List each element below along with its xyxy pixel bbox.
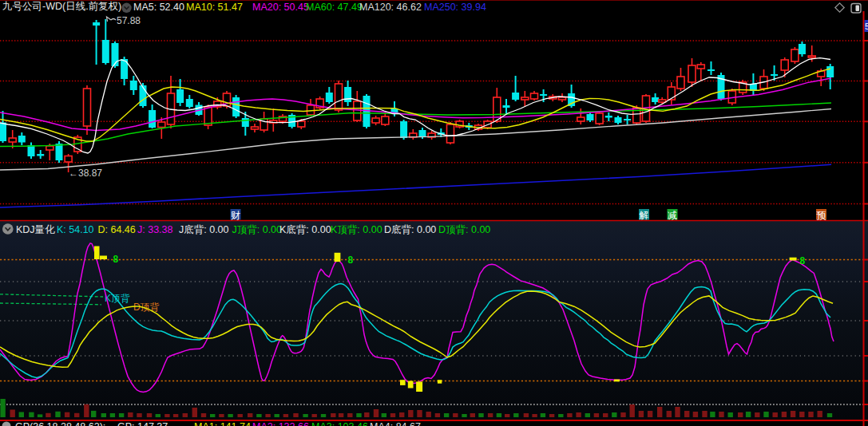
svg-text:MA120: 46.62: MA120: 46.62 [359,2,422,13]
svg-text:J: 33.38: J: 33.38 [137,224,173,235]
svg-text:GP(36,18,28,48,62):: GP(36,18,28,48,62): [15,421,105,426]
svg-text:MA1: 141.74: MA1: 141.74 [194,421,251,426]
svg-text:预: 预 [817,210,826,221]
svg-text:D: 64.46: D: 64.46 [98,224,136,235]
svg-text:K顶背: 0.00: K顶背: 0.00 [331,224,382,235]
svg-text:D顶背: 0.00: D顶背: 0.00 [438,224,490,235]
svg-text:MA4: 84.67: MA4: 84.67 [370,421,421,426]
svg-text:减: 减 [668,210,677,221]
svg-text:MA20: 50.45: MA20: 50.45 [252,2,309,13]
svg-text:MA250: 39.94: MA250: 39.94 [424,2,486,13]
svg-text:K顶背: K顶背 [105,293,130,304]
svg-text:J底背: 0.00: J底背: 0.00 [179,224,229,235]
svg-text:MA5: 52.40: MA5: 52.40 [133,2,184,13]
svg-text:九号公司-WD(日线.前复权): 九号公司-WD(日线.前复权) [2,1,121,12]
svg-text:5: 5 [865,22,868,31]
svg-text:8: 8 [113,254,119,265]
svg-text:J顶背: 0.00: J顶背: 0.00 [232,224,283,235]
svg-text:MA60: 47.49: MA60: 47.49 [306,2,363,13]
svg-text:D底背: 0.00: D底背: 0.00 [384,224,436,235]
svg-text:MA10: 51.47: MA10: 51.47 [186,2,243,13]
svg-text:8: 8 [800,255,806,266]
svg-text:MA2: 132.66: MA2: 132.66 [252,421,309,426]
svg-text:57.88: 57.88 [117,15,141,26]
svg-text:GP: 147.37: GP: 147.37 [117,421,168,426]
svg-text:D顶背: D顶背 [133,302,160,313]
svg-text:MA3: 103.46: MA3: 103.46 [311,421,368,426]
svg-text:解: 解 [640,210,649,221]
svg-text:←38.87: ←38.87 [69,168,102,179]
svg-text:财: 财 [231,210,240,221]
svg-text:8: 8 [348,254,354,266]
svg-text:K底背: 0.00: K底背: 0.00 [279,224,331,235]
svg-text:K: 54.10: K: 54.10 [57,224,94,235]
svg-text:KDJ量化: KDJ量化 [16,224,55,235]
